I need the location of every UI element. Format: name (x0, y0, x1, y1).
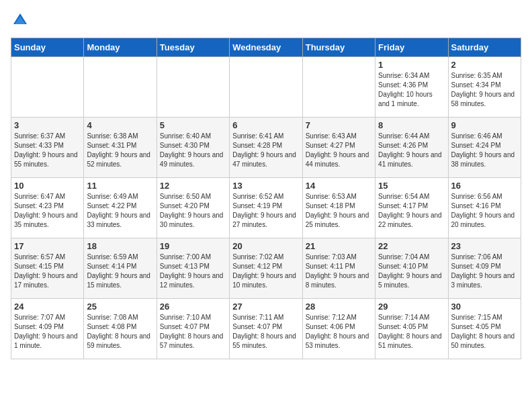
calendar-week-row: 17Sunrise: 6:57 AM Sunset: 4:15 PM Dayli… (11, 238, 521, 299)
day-number: 25 (87, 302, 153, 312)
day-number: 17 (14, 241, 81, 251)
calendar-cell: 5Sunrise: 6:40 AM Sunset: 4:30 PM Daylig… (157, 118, 229, 178)
day-number: 28 (306, 302, 372, 312)
calendar-cell: 9Sunrise: 6:46 AM Sunset: 4:24 PM Daylig… (448, 118, 521, 178)
day-number: 22 (378, 241, 445, 251)
day-info: Sunrise: 6:56 AM Sunset: 4:16 PM Dayligh… (451, 192, 518, 230)
day-info: Sunrise: 7:07 AM Sunset: 4:09 PM Dayligh… (14, 313, 81, 351)
header (11, 11, 521, 30)
calendar-cell: 12Sunrise: 6:50 AM Sunset: 4:20 PM Dayli… (157, 178, 229, 238)
calendar-cell: 2Sunrise: 6:35 AM Sunset: 4:34 PM Daylig… (448, 57, 521, 118)
day-info: Sunrise: 6:47 AM Sunset: 4:23 PM Dayligh… (14, 192, 81, 230)
day-header-wednesday: Wednesday (230, 38, 302, 57)
day-info: Sunrise: 6:59 AM Sunset: 4:14 PM Dayligh… (87, 253, 153, 290)
logo-icon (11, 11, 30, 30)
day-info: Sunrise: 7:00 AM Sunset: 4:13 PM Dayligh… (160, 253, 226, 290)
calendar-cell: 20Sunrise: 7:02 AM Sunset: 4:12 PM Dayli… (230, 238, 302, 299)
day-header-sunday: Sunday (11, 38, 84, 57)
calendar-cell: 17Sunrise: 6:57 AM Sunset: 4:15 PM Dayli… (11, 238, 84, 299)
calendar-cell: 30Sunrise: 7:15 AM Sunset: 4:05 PM Dayli… (448, 299, 521, 359)
calendar-cell: 26Sunrise: 7:10 AM Sunset: 4:07 PM Dayli… (157, 299, 229, 359)
day-number: 14 (306, 181, 372, 191)
calendar-week-row: 10Sunrise: 6:47 AM Sunset: 4:23 PM Dayli… (11, 178, 521, 238)
calendar-cell: 28Sunrise: 7:12 AM Sunset: 4:06 PM Dayli… (302, 299, 375, 359)
day-info: Sunrise: 7:11 AM Sunset: 4:07 PM Dayligh… (232, 313, 299, 351)
calendar-cell: 7Sunrise: 6:43 AM Sunset: 4:27 PM Daylig… (302, 118, 375, 178)
calendar-cell: 6Sunrise: 6:41 AM Sunset: 4:28 PM Daylig… (230, 118, 302, 178)
day-info: Sunrise: 7:02 AM Sunset: 4:12 PM Dayligh… (232, 253, 299, 290)
calendar-cell: 19Sunrise: 7:00 AM Sunset: 4:13 PM Dayli… (157, 238, 229, 299)
day-number: 12 (160, 181, 226, 191)
day-number: 2 (451, 60, 518, 70)
day-number: 26 (160, 302, 226, 312)
day-number: 1 (378, 60, 445, 70)
day-info: Sunrise: 7:08 AM Sunset: 4:08 PM Dayligh… (87, 313, 153, 351)
day-number: 6 (232, 120, 299, 130)
day-number: 27 (232, 302, 299, 312)
day-number: 13 (232, 181, 299, 191)
day-info: Sunrise: 6:54 AM Sunset: 4:17 PM Dayligh… (378, 192, 445, 230)
calendar-cell: 21Sunrise: 7:03 AM Sunset: 4:11 PM Dayli… (302, 238, 375, 299)
day-info: Sunrise: 6:49 AM Sunset: 4:22 PM Dayligh… (87, 192, 153, 230)
day-info: Sunrise: 7:14 AM Sunset: 4:05 PM Dayligh… (378, 313, 445, 351)
day-header-saturday: Saturday (448, 38, 521, 57)
day-info: Sunrise: 6:46 AM Sunset: 4:24 PM Dayligh… (451, 132, 518, 169)
calendar-cell: 13Sunrise: 6:52 AM Sunset: 4:19 PM Dayli… (230, 178, 302, 238)
day-info: Sunrise: 7:03 AM Sunset: 4:11 PM Dayligh… (306, 253, 372, 290)
calendar-week-row: 1Sunrise: 6:34 AM Sunset: 4:36 PM Daylig… (11, 57, 521, 118)
day-info: Sunrise: 7:12 AM Sunset: 4:06 PM Dayligh… (306, 313, 372, 351)
day-number: 18 (87, 241, 153, 251)
day-info: Sunrise: 6:34 AM Sunset: 4:36 PM Dayligh… (378, 71, 445, 109)
calendar-cell: 10Sunrise: 6:47 AM Sunset: 4:23 PM Dayli… (11, 178, 84, 238)
calendar-cell: 11Sunrise: 6:49 AM Sunset: 4:22 PM Dayli… (84, 178, 157, 238)
day-info: Sunrise: 6:37 AM Sunset: 4:33 PM Dayligh… (14, 132, 81, 169)
calendar-cell: 29Sunrise: 7:14 AM Sunset: 4:05 PM Dayli… (375, 299, 448, 359)
calendar-cell: 25Sunrise: 7:08 AM Sunset: 4:08 PM Dayli… (84, 299, 157, 359)
day-number: 24 (14, 302, 81, 312)
day-number: 3 (14, 120, 81, 130)
calendar-cell (84, 57, 157, 118)
day-number: 30 (451, 302, 518, 312)
day-info: Sunrise: 7:04 AM Sunset: 4:10 PM Dayligh… (378, 253, 445, 290)
calendar-cell: 4Sunrise: 6:38 AM Sunset: 4:31 PM Daylig… (84, 118, 157, 178)
day-info: Sunrise: 6:53 AM Sunset: 4:18 PM Dayligh… (306, 192, 372, 230)
day-info: Sunrise: 7:06 AM Sunset: 4:09 PM Dayligh… (451, 253, 518, 290)
day-header-thursday: Thursday (302, 38, 375, 57)
day-number: 21 (306, 241, 372, 251)
calendar-cell: 23Sunrise: 7:06 AM Sunset: 4:09 PM Dayli… (448, 238, 521, 299)
day-number: 23 (451, 241, 518, 251)
calendar-header-row: SundayMondayTuesdayWednesdayThursdayFrid… (11, 38, 521, 57)
day-number: 29 (378, 302, 445, 312)
day-number: 16 (451, 181, 518, 191)
day-number: 19 (160, 241, 226, 251)
day-info: Sunrise: 6:57 AM Sunset: 4:15 PM Dayligh… (14, 253, 81, 290)
calendar-cell: 3Sunrise: 6:37 AM Sunset: 4:33 PM Daylig… (11, 118, 84, 178)
calendar-cell: 1Sunrise: 6:34 AM Sunset: 4:36 PM Daylig… (375, 57, 448, 118)
calendar-cell: 24Sunrise: 7:07 AM Sunset: 4:09 PM Dayli… (11, 299, 84, 359)
day-number: 11 (87, 181, 153, 191)
day-info: Sunrise: 6:40 AM Sunset: 4:30 PM Dayligh… (160, 132, 226, 169)
day-number: 15 (378, 181, 445, 191)
day-info: Sunrise: 6:35 AM Sunset: 4:34 PM Dayligh… (451, 71, 518, 109)
calendar-cell: 8Sunrise: 6:44 AM Sunset: 4:26 PM Daylig… (375, 118, 448, 178)
day-number: 20 (232, 241, 299, 251)
day-number: 4 (87, 120, 153, 130)
calendar-cell (230, 57, 302, 118)
day-info: Sunrise: 6:41 AM Sunset: 4:28 PM Dayligh… (232, 132, 299, 169)
calendar-cell (302, 57, 375, 118)
day-header-friday: Friday (375, 38, 448, 57)
day-number: 8 (378, 120, 445, 130)
calendar-week-row: 3Sunrise: 6:37 AM Sunset: 4:33 PM Daylig… (11, 118, 521, 178)
day-header-tuesday: Tuesday (157, 38, 229, 57)
day-info: Sunrise: 7:10 AM Sunset: 4:07 PM Dayligh… (160, 313, 226, 351)
calendar-cell: 27Sunrise: 7:11 AM Sunset: 4:07 PM Dayli… (230, 299, 302, 359)
calendar-cell (157, 57, 229, 118)
calendar-week-row: 24Sunrise: 7:07 AM Sunset: 4:09 PM Dayli… (11, 299, 521, 359)
day-number: 10 (14, 181, 81, 191)
day-info: Sunrise: 7:15 AM Sunset: 4:05 PM Dayligh… (451, 313, 518, 351)
day-number: 7 (306, 120, 372, 130)
calendar-cell: 16Sunrise: 6:56 AM Sunset: 4:16 PM Dayli… (448, 178, 521, 238)
calendar-cell: 22Sunrise: 7:04 AM Sunset: 4:10 PM Dayli… (375, 238, 448, 299)
calendar-cell (11, 57, 84, 118)
day-info: Sunrise: 6:50 AM Sunset: 4:20 PM Dayligh… (160, 192, 226, 230)
